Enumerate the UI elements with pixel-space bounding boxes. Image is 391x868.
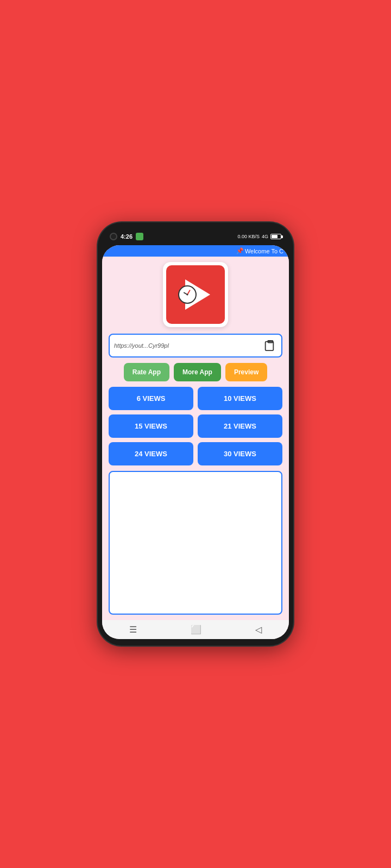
content-area: Rate App More App Preview 6 VIEWS 10 VIE… xyxy=(102,257,289,620)
camera-icon xyxy=(110,233,117,240)
url-input-row xyxy=(109,334,282,358)
more-app-button[interactable]: More App xyxy=(174,363,221,381)
app-logo-container xyxy=(163,262,228,327)
phone-screen: 📌 Welcome To C xyxy=(102,245,289,639)
action-buttons-row: Rate App More App Preview xyxy=(109,363,282,381)
app-logo xyxy=(166,265,225,324)
views-10-button[interactable]: 10 VIEWS xyxy=(198,387,282,410)
clipboard-icon xyxy=(263,340,275,352)
clock-center-dot xyxy=(187,294,188,296)
preview-button[interactable]: Preview xyxy=(225,363,267,381)
phone-frame: 4:26 0.00 KB/S 4G 📌 Welcome To C xyxy=(98,222,293,646)
back-icon[interactable]: ◁ xyxy=(255,624,262,635)
signal-icon: 4G xyxy=(262,234,268,239)
home-icon[interactable]: ⬜ xyxy=(191,624,201,635)
status-time: 4:26 xyxy=(121,233,133,240)
clock-icon xyxy=(178,285,197,304)
welcome-text: Welcome To C xyxy=(245,248,283,254)
ad-box xyxy=(109,471,282,615)
views-21-button[interactable]: 21 VIEWS xyxy=(198,414,282,438)
views-grid: 6 VIEWS 10 VIEWS 15 VIEWS 21 VIEWS 24 VI… xyxy=(109,387,282,465)
status-bar: 📌 Welcome To C xyxy=(102,245,289,257)
notch-left: 4:26 xyxy=(110,233,143,240)
notch-right: 0.00 KB/S 4G xyxy=(237,234,281,239)
menu-icon[interactable]: ☰ xyxy=(129,624,137,635)
pin-icon: 📌 xyxy=(236,247,244,254)
notch-bar: 4:26 0.00 KB/S 4G xyxy=(102,229,289,244)
views-15-button[interactable]: 15 VIEWS xyxy=(109,414,193,438)
network-speed: 0.00 KB/S xyxy=(237,234,260,239)
clock-face xyxy=(180,288,194,302)
bottom-nav: ☰ ⬜ ◁ xyxy=(102,620,289,639)
rate-app-button[interactable]: Rate App xyxy=(124,363,169,381)
clipboard-button[interactable] xyxy=(262,338,277,353)
battery-icon xyxy=(270,234,281,239)
svg-rect-1 xyxy=(268,340,271,342)
status-app-icon xyxy=(136,233,143,240)
url-input[interactable] xyxy=(114,342,262,349)
views-6-button[interactable]: 6 VIEWS xyxy=(109,387,193,410)
views-30-button[interactable]: 30 VIEWS xyxy=(198,442,282,465)
views-24-button[interactable]: 24 VIEWS xyxy=(109,442,193,465)
